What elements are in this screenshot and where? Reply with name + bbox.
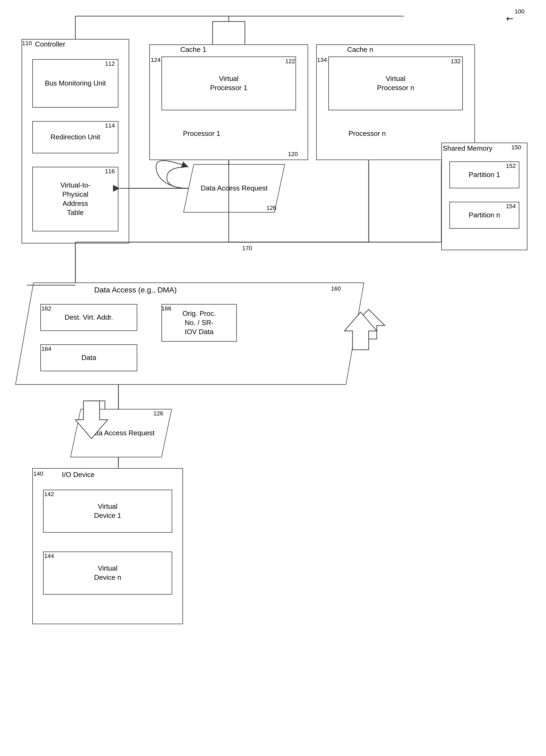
partition1-label: Partition 1 [468, 170, 500, 179]
ref-116: 116 [105, 168, 115, 175]
shared-memory-box [441, 143, 527, 250]
controller-label: Controller [35, 40, 65, 49]
virtual-processorn-label: Virtual Processor n [377, 74, 414, 93]
ref-100: 100 [515, 8, 524, 15]
ref-112: 112 [105, 60, 115, 67]
ref-114: 114 [105, 122, 115, 129]
virtual-processor1-box: Virtual Processor 1 [161, 56, 296, 110]
orig-proc-label: Orig. Proc. No. / SR- IOV Data [182, 309, 216, 336]
data-label: Data [82, 353, 96, 362]
ref-126a: 126 [266, 204, 276, 211]
ref-160: 160 [331, 285, 341, 292]
virtual-devicen-box: Virtual Device n [43, 552, 172, 595]
bus-monitoring-unit-label: Bus Monitoring Unit [45, 79, 106, 88]
dest-virt-addr-label: Dest. Virt. Addr. [65, 313, 113, 322]
ref-170: 170 [242, 245, 252, 252]
ref-132: 132 [451, 58, 461, 65]
ref-166: 166 [161, 305, 171, 312]
data-access-dma-label: Data Access (e.g., DMA) [94, 285, 177, 295]
partitionn-label: Partition n [468, 211, 500, 220]
ref-154: 154 [506, 203, 516, 210]
virtual-device1-label: Virtual Device 1 [94, 502, 121, 520]
ref-120: 120 [288, 151, 298, 158]
diagram: 100 ↙ Controller 110 Bus Monitoring Unit… [0, 0, 546, 756]
ref-140: 140 [33, 470, 43, 477]
processor1-label: Processor 1 [183, 129, 220, 138]
virtual-processor1-label: Virtual Processor 1 [210, 74, 248, 93]
ref-144: 144 [44, 553, 54, 560]
ref-142: 142 [44, 491, 54, 498]
ref-124: 124 [151, 56, 161, 63]
ref-110: 110 [22, 40, 32, 47]
ref-152: 152 [506, 162, 516, 169]
ref-122: 122 [285, 58, 295, 65]
cache-n-label: Cache n [347, 45, 373, 54]
ref-134: 134 [317, 56, 327, 63]
dest-virt-addr-box: Dest. Virt. Addr. [40, 304, 137, 331]
ref-164: 164 [41, 345, 51, 352]
orig-proc-box: Orig. Proc. No. / SR- IOV Data [161, 304, 237, 342]
processorn-label: Processor n [348, 129, 386, 138]
virtual-to-physical-box: Virtual-to- Physical Address Table [32, 167, 118, 231]
data-box: Data [40, 344, 137, 371]
virtual-to-physical-label: Virtual-to- Physical Address Table [60, 181, 90, 217]
ref-126b: 126 [153, 410, 163, 417]
cache1-label: Cache 1 [180, 45, 206, 54]
redirection-unit-label: Redirection Unit [51, 133, 100, 142]
shared-memory-label: Shared Memory [443, 144, 492, 153]
virtual-processorn-box: Virtual Processor n [328, 56, 463, 110]
virtual-devicen-label: Virtual Device n [94, 564, 121, 582]
data-access-request-top-label: Data Access Request [201, 184, 268, 193]
ref-150: 150 [511, 144, 521, 151]
ref-162: 162 [41, 305, 51, 312]
io-device-label: I/O Device [62, 470, 94, 479]
virtual-device1-box: Virtual Device 1 [43, 490, 172, 533]
data-access-request-bottom-label: Data Access Request [88, 429, 155, 438]
